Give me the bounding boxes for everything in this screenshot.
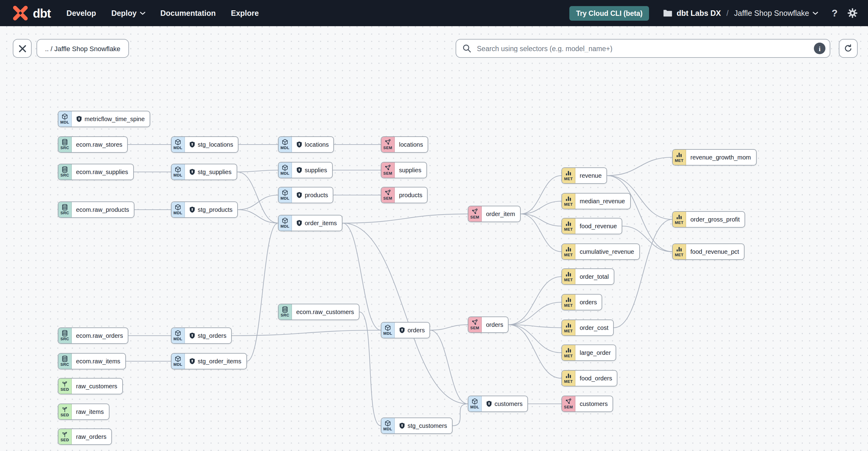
refresh-button[interactable]	[839, 39, 858, 58]
lineage-node-locations_sem[interactable]: SEMlocations	[381, 136, 429, 153]
seedling-icon	[61, 381, 68, 387]
node-body: cumulative_revenue	[576, 244, 639, 259]
lineage-node-locations[interactable]: MDLlocations	[278, 136, 334, 153]
lineage-node-order_items[interactable]: MDLorder_items	[278, 215, 342, 231]
node-type-label: SEM	[470, 327, 479, 330]
nav-item-deploy[interactable]: Deploy	[111, 9, 145, 17]
lineage-edge-orders_mdl-customers_mdl	[430, 330, 468, 404]
nav-item-documentation[interactable]: Documentation	[160, 9, 216, 17]
lineage-node-raw_items[interactable]: SEDraw_items	[58, 403, 109, 420]
node-body: orders	[576, 295, 602, 310]
graph-nodes-layer: MDLmetricflow_time_spineSRCecom.raw_stor…	[0, 0, 868, 451]
node-label: products	[305, 192, 328, 199]
node-type-badge: SRC	[58, 164, 72, 180]
account-project-selector[interactable]: dbt Labs DX / Jaffle Shop Snowflake	[663, 9, 818, 17]
lineage-node-ecom_raw_customers[interactable]: SRCecom.raw_customers	[278, 304, 360, 320]
lineage-node-orders_mdl[interactable]: MDLorders	[381, 322, 430, 338]
lineage-node-stg_customers[interactable]: MDLstg_customers	[381, 418, 453, 434]
project-name[interactable]: Jaffle Shop Snowflake	[734, 9, 818, 17]
lineage-node-order_total[interactable]: METorder_total	[561, 268, 614, 285]
node-body: locations	[395, 137, 428, 152]
folder-icon	[663, 9, 673, 17]
lineage-node-products[interactable]: MDLproducts	[278, 187, 334, 203]
node-type-label: SRC	[61, 363, 69, 367]
lineage-node-stg_locations[interactable]: MDLstg_locations	[171, 136, 239, 153]
node-label: raw_orders	[76, 433, 106, 440]
shield-icon	[296, 141, 302, 148]
lineage-node-stg_orders[interactable]: MDLstg_orders	[171, 327, 232, 344]
seedling-icon	[61, 431, 68, 438]
lineage-node-orders_sem[interactable]: SEMorders	[468, 317, 509, 333]
node-body: ecom.raw_orders	[72, 328, 128, 343]
node-type-badge: MET	[562, 244, 576, 259]
lineage-node-products_sem[interactable]: SEMproducts	[381, 187, 428, 203]
lineage-node-order_cost[interactable]: METorder_cost	[561, 320, 614, 336]
node-type-label: MDL	[173, 363, 182, 367]
node-body: order_cost	[576, 320, 614, 335]
lineage-node-ecom_raw_orders[interactable]: SRCecom.raw_orders	[58, 327, 129, 344]
lineage-node-orders_met[interactable]: METorders	[561, 294, 602, 310]
lineage-node-food_revenue[interactable]: METfood_revenue	[561, 218, 622, 234]
node-body: stg_supplies	[185, 164, 236, 180]
lineage-node-supplies[interactable]: MDLsupplies	[278, 162, 333, 178]
search-input[interactable]	[476, 44, 810, 53]
close-lineage-button[interactable]	[13, 39, 32, 58]
lineage-node-ecom_raw_products[interactable]: SRCecom.raw_products	[58, 202, 135, 218]
share-network-icon	[384, 189, 391, 196]
breadcrumb[interactable]: .. / Jaffle Shop Snowflake	[36, 39, 129, 58]
lineage-node-median_revenue[interactable]: METmedian_revenue	[561, 193, 630, 209]
lineage-node-customers_mdl[interactable]: MDLcustomers	[468, 396, 528, 412]
node-type-badge: SRC	[58, 354, 72, 369]
lineage-node-raw_orders[interactable]: SEDraw_orders	[58, 428, 112, 445]
lineage-node-revenue_growth_mom[interactable]: METrevenue_growth_mom	[672, 149, 756, 166]
node-body: food_orders	[576, 371, 617, 386]
help-icon[interactable]: ?	[832, 8, 838, 18]
lineage-node-cumulative_revenue[interactable]: METcumulative_revenue	[561, 243, 640, 260]
lineage-node-food_revenue_pct[interactable]: METfood_revenue_pct	[672, 243, 745, 260]
lineage-node-order_item_sem[interactable]: SEMorder_item	[468, 206, 521, 222]
node-type-label: MET	[675, 159, 684, 163]
chevron-down-icon	[140, 11, 145, 15]
shield-icon	[296, 220, 302, 227]
database-icon	[61, 204, 68, 211]
close-icon	[18, 44, 27, 53]
lineage-node-supplies_sem[interactable]: SEMsupplies	[381, 162, 427, 178]
node-type-badge: MET	[562, 218, 576, 234]
node-type-label: MET	[564, 355, 573, 359]
lineage-node-stg_supplies[interactable]: MDLstg_supplies	[171, 164, 237, 180]
node-body: order_total	[576, 269, 614, 284]
nav-item-develop[interactable]: Develop	[67, 9, 96, 17]
lineage-node-stg_order_items[interactable]: MDLstg_order_items	[171, 353, 247, 369]
node-label: raw_customers	[76, 383, 117, 390]
node-label: locations	[305, 141, 329, 148]
lineage-edge-stg_supplies-supplies	[237, 170, 278, 172]
cube-icon	[282, 164, 288, 171]
node-type-badge: SEM	[381, 162, 395, 178]
lineage-node-ecom_raw_stores[interactable]: SRCecom.raw_stores	[58, 136, 128, 153]
lineage-edge-revenue-food_revenue_pct	[607, 176, 672, 252]
settings-gear-icon[interactable]	[847, 8, 858, 18]
lineage-node-food_orders[interactable]: METfood_orders	[561, 370, 618, 387]
lineage-edge-order_items-order_item_sem	[342, 214, 468, 223]
nav-item-explore[interactable]: Explore	[231, 9, 259, 17]
lineage-node-revenue[interactable]: METrevenue	[561, 168, 607, 184]
dbt-logo[interactable]: dbt	[12, 5, 51, 21]
lineage-node-metricflow_time_spine[interactable]: MDLmetricflow_time_spine	[58, 111, 150, 127]
node-type-label: SEM	[383, 172, 392, 176]
lineage-node-large_order[interactable]: METlarge_order	[561, 344, 616, 361]
lineage-node-ecom_raw_items[interactable]: SRCecom.raw_items	[58, 353, 126, 369]
node-type-badge: MET	[562, 168, 576, 183]
lineage-node-order_gross_profit[interactable]: METorder_gross_profit	[672, 211, 745, 228]
info-icon[interactable]: i	[814, 42, 826, 54]
lineage-node-customers_sem[interactable]: SEMcustomers	[561, 396, 613, 412]
node-type-label: MDL	[173, 337, 182, 341]
lineage-node-raw_customers[interactable]: SEDraw_customers	[58, 378, 123, 394]
lineage-node-ecom_raw_supplies[interactable]: SRCecom.raw_supplies	[58, 164, 133, 180]
try-cloud-cli-button[interactable]: Try Cloud CLI (beta)	[569, 6, 649, 20]
node-label: median_revenue	[580, 198, 625, 205]
node-body: raw_customers	[72, 379, 122, 394]
share-network-icon	[471, 319, 478, 326]
lineage-edge-stg_orders-orders_mdl	[232, 330, 381, 336]
node-label: order_item	[486, 211, 515, 217]
lineage-node-stg_products[interactable]: MDLstg_products	[171, 202, 238, 218]
